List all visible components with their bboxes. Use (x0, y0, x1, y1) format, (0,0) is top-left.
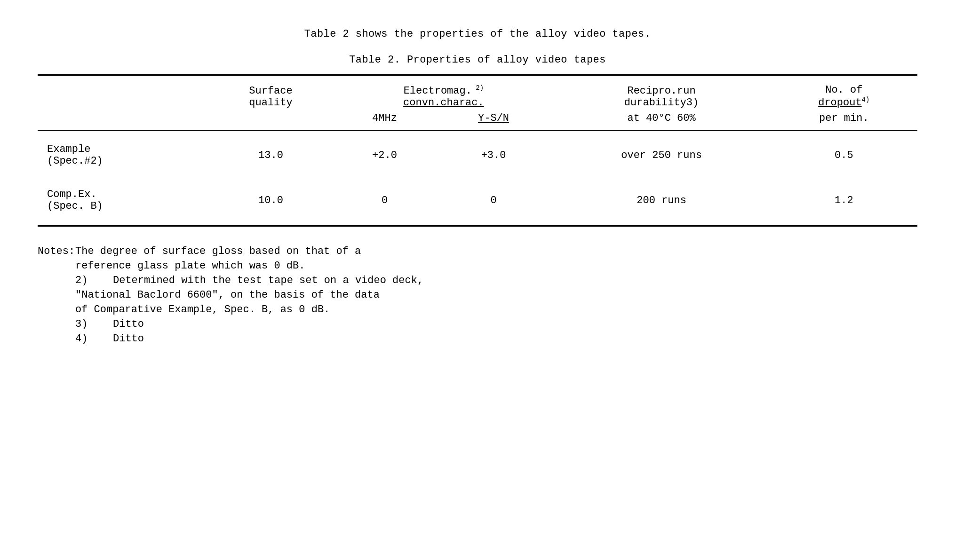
row1-label: Example (Spec.#2) (38, 135, 207, 175)
row2-label: Comp.Ex. (Spec. B) (38, 180, 207, 221)
col-header-surface: Surface quality (207, 76, 335, 111)
table-header-row: Surface quality Electromag. 2) convn.cha… (38, 76, 917, 111)
subheader-empty (38, 111, 207, 130)
row1-surface: 13.0 (207, 135, 335, 175)
subheader-4mhz: 4MHz (334, 111, 434, 130)
row1-recipro: over 250 runs (552, 135, 770, 175)
table-title: Table 2. Properties of alloy video tapes (38, 54, 917, 66)
row2-recipro: 200 runs (552, 180, 770, 221)
col-header-electromag: Electromag. 2) convn.charac. (334, 76, 552, 111)
subheader-ysn: Y-S/N (435, 111, 553, 130)
row2-surface: 10.0 (207, 180, 335, 221)
notes-item2-line1: 2) Determined with the test tape set on … (38, 275, 917, 286)
notes-item2-line2: "National Baclord 6600", on the basis of… (38, 289, 917, 301)
notes-item1-line2: reference glass plate which was 0 dB. (38, 260, 917, 272)
col-header-dropout: No. of dropout4) (771, 76, 917, 111)
table-subheader-row: 4MHz Y-S/N at 40°C 60% per min. (38, 111, 917, 130)
row2-ysn: 0 (435, 180, 553, 221)
subheader-temp: at 40°C 60% (552, 111, 770, 130)
col-header-label (38, 76, 207, 111)
row2-dropout: 1.2 (771, 180, 917, 221)
notes-item4: 4) Ditto (38, 333, 917, 345)
notes-item2-line3: of Comparative Example, Spec. B, as 0 dB… (38, 304, 917, 315)
col-header-recipro: Recipro.run durability3) (552, 76, 770, 111)
notes-header-line: Notes: The degree of surface gloss based… (38, 245, 917, 257)
notes-title: Notes: (38, 245, 75, 257)
notes-item3: 3) Ditto (38, 318, 917, 330)
row1-4mhz: +2.0 (334, 135, 434, 175)
data-table: Surface quality Electromag. 2) convn.cha… (38, 74, 917, 227)
row1-ysn: +3.0 (435, 135, 553, 175)
table-row: Comp.Ex. (Spec. B) 10.0 0 0 200 runs 1.2 (38, 180, 917, 221)
notes-item1-line1: The degree of surface gloss based on tha… (75, 245, 917, 257)
notes-section: Notes: The degree of surface gloss based… (38, 245, 917, 345)
row2-4mhz: 0 (334, 180, 434, 221)
intro-text: Table 2 shows the properties of the allo… (38, 28, 917, 40)
subheader-quality (207, 111, 335, 130)
subheader-permin: per min. (771, 111, 917, 130)
row1-dropout: 0.5 (771, 135, 917, 175)
table-row: Example (Spec.#2) 13.0 +2.0 +3.0 over 25… (38, 135, 917, 175)
